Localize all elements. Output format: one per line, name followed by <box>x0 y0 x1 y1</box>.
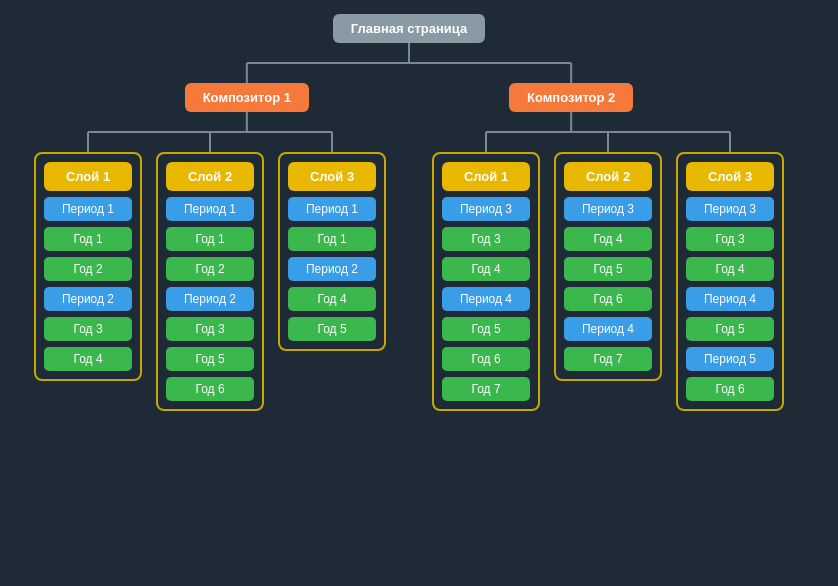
composer-2-label: Композитор 2 <box>527 90 615 105</box>
column-0: Слой 1Период 1Год 1Год 2Период 2Год 3Год… <box>34 152 142 381</box>
col-1-item-5: Год 5 <box>166 347 254 371</box>
composer-1-label: Композитор 1 <box>203 90 291 105</box>
col-0-item-2: Год 2 <box>44 257 132 281</box>
col-5-item-4: Год 5 <box>686 317 774 341</box>
col-2-item-0: Период 1 <box>288 197 376 221</box>
col-5-item-3: Период 4 <box>686 287 774 311</box>
col-2-item-1: Год 1 <box>288 227 376 251</box>
col-5-item-2: Год 4 <box>686 257 774 281</box>
column-2: Слой 3Период 1Год 1Период 2Год 4Год 5 <box>278 152 386 351</box>
col-4-item-0: Период 3 <box>564 197 652 221</box>
col-header-4: Слой 2 <box>564 162 652 191</box>
col-0-item-4: Год 3 <box>44 317 132 341</box>
col-5-item-1: Год 3 <box>686 227 774 251</box>
main-page-label: Главная страница <box>351 21 467 36</box>
col-4-item-5: Год 7 <box>564 347 652 371</box>
col-4-item-3: Год 6 <box>564 287 652 311</box>
col-header-2: Слой 3 <box>288 162 376 191</box>
col-1-item-6: Год 6 <box>166 377 254 401</box>
column-1: Слой 2Период 1Год 1Год 2Период 2Год 3Год… <box>156 152 264 411</box>
col-3-item-0: Период 3 <box>442 197 530 221</box>
main-page-node: Главная страница <box>333 14 485 43</box>
col-3-item-1: Год 3 <box>442 227 530 251</box>
col-3-item-3: Период 4 <box>442 287 530 311</box>
col-1-item-3: Период 2 <box>166 287 254 311</box>
column-5: Слой 3Период 3Год 3Год 4Период 4Год 5Пер… <box>676 152 784 411</box>
column-3: Слой 1Период 3Год 3Год 4Период 4Год 5Год… <box>432 152 540 411</box>
col-1-item-2: Год 2 <box>166 257 254 281</box>
col-3-item-2: Год 4 <box>442 257 530 281</box>
col-3-item-4: Год 5 <box>442 317 530 341</box>
column-4: Слой 2Период 3Год 4Год 5Год 6Период 4Год… <box>554 152 662 381</box>
col-5-item-0: Период 3 <box>686 197 774 221</box>
col-0-item-3: Период 2 <box>44 287 132 311</box>
col-4-item-1: Год 4 <box>564 227 652 251</box>
col-header-0: Слой 1 <box>44 162 132 191</box>
col-1-item-4: Год 3 <box>166 317 254 341</box>
col-2-item-4: Год 5 <box>288 317 376 341</box>
col-5-item-5: Период 5 <box>686 347 774 371</box>
col-header-3: Слой 1 <box>442 162 530 191</box>
composer-1-node: Композитор 1 <box>185 83 309 112</box>
composer-2-node: Композитор 2 <box>509 83 633 112</box>
col-header-1: Слой 2 <box>166 162 254 191</box>
col-5-item-6: Год 6 <box>686 377 774 401</box>
col-2-item-2: Период 2 <box>288 257 376 281</box>
col-4-item-2: Год 5 <box>564 257 652 281</box>
col-0-item-5: Год 4 <box>44 347 132 371</box>
col-header-5: Слой 3 <box>686 162 774 191</box>
col-1-item-1: Год 1 <box>166 227 254 251</box>
col-3-item-6: Год 7 <box>442 377 530 401</box>
col-1-item-0: Период 1 <box>166 197 254 221</box>
col-0-item-0: Период 1 <box>44 197 132 221</box>
col-3-item-5: Год 6 <box>442 347 530 371</box>
col-2-item-3: Год 4 <box>288 287 376 311</box>
col-0-item-1: Год 1 <box>44 227 132 251</box>
col-4-item-4: Период 4 <box>564 317 652 341</box>
